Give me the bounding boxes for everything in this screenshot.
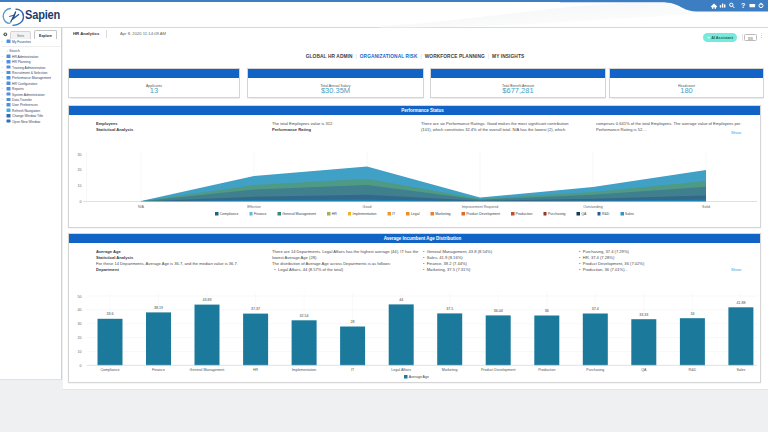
svg-text:Good: Good — [363, 205, 372, 209]
svg-text:N/A: N/A — [138, 205, 145, 209]
svg-text:IT: IT — [351, 368, 355, 372]
svg-text:10: 10 — [78, 350, 82, 354]
svg-text:10: 10 — [78, 184, 82, 188]
svg-text:Improvement Required: Improvement Required — [462, 205, 499, 209]
svg-text:20: 20 — [78, 168, 82, 172]
svg-text:36.04: 36.04 — [494, 309, 503, 313]
svg-text:Legal Affairs: Legal Affairs — [391, 368, 411, 372]
svg-text:Production: Production — [538, 368, 555, 372]
svg-text:30: 30 — [78, 153, 82, 157]
svg-text:HR: HR — [253, 368, 259, 372]
svg-text:R&D: R&D — [689, 368, 697, 372]
svg-text:General Management: General Management — [190, 368, 225, 372]
svg-text:38.19: 38.19 — [154, 306, 163, 310]
svg-text:Implementation: Implementation — [292, 368, 317, 372]
svg-text:Finance: Finance — [152, 368, 165, 372]
svg-text:30: 30 — [78, 322, 82, 326]
svg-text:41.88: 41.88 — [736, 301, 745, 305]
svg-text:?: ? — [741, 2, 745, 9]
svg-text:34: 34 — [690, 312, 694, 316]
svg-text:36: 36 — [545, 309, 549, 313]
svg-text:32.54: 32.54 — [300, 314, 309, 318]
svg-text:37.4: 37.4 — [592, 307, 599, 311]
svg-text:37.37: 37.37 — [251, 307, 260, 311]
svg-text:QA: QA — [641, 368, 647, 372]
svg-text:Purchasing: Purchasing — [586, 368, 604, 372]
svg-text:28: 28 — [351, 320, 355, 324]
svg-text:0: 0 — [80, 364, 82, 368]
svg-text:Solid: Solid — [702, 205, 710, 209]
svg-text:44: 44 — [399, 298, 403, 302]
svg-text:37.5: 37.5 — [446, 307, 453, 311]
svg-text:Compliance: Compliance — [101, 368, 120, 372]
svg-text:Marketing: Marketing — [442, 368, 458, 372]
svg-text:40: 40 — [78, 308, 82, 312]
svg-text:Effective: Effective — [247, 205, 261, 209]
svg-text:33.6: 33.6 — [107, 312, 114, 316]
svg-text:Sales: Sales — [736, 368, 745, 372]
svg-text:33.33: 33.33 — [639, 313, 648, 317]
svg-text:Outstanding: Outstanding — [583, 205, 602, 209]
svg-text:Product Development: Product Development — [481, 368, 516, 372]
svg-text:20: 20 — [78, 336, 82, 340]
svg-text:0: 0 — [80, 200, 82, 204]
svg-text:43.83: 43.83 — [203, 298, 212, 302]
svg-text:50: 50 — [78, 295, 82, 299]
